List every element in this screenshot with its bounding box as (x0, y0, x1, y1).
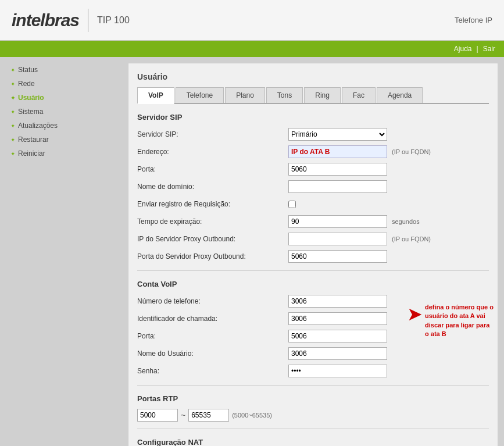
nome-dominio-label: Nome de domínio: (137, 183, 288, 191)
tabs-container: VoIP Telefone Plano Tons Ring Fac Agenda (137, 87, 489, 104)
porta-label: Porta: (137, 165, 288, 173)
annotation-arrow-icon: ➤ (407, 305, 423, 323)
sidebar-item-status[interactable]: ✦ Status (6, 63, 122, 77)
sidebar-item-sistema[interactable]: ✦ Sistema (6, 105, 122, 119)
porta-input[interactable] (288, 163, 387, 176)
servidor-sip-section-title: Servidor SIP (137, 113, 489, 122)
porta-conta-label: Porta: (137, 332, 288, 340)
sidebar-item-restaurar[interactable]: ✦ Restaurar (6, 133, 122, 147)
porta-conta-input[interactable] (288, 330, 387, 342)
rtp-tilde: ~ (181, 411, 185, 420)
logo-divider (88, 9, 88, 32)
ip-proxy-label: IP do Servidor Proxy Outbound: (137, 235, 288, 243)
portas-rtp-row: ~ (5000~65535) (137, 409, 489, 422)
product-name: TIP 100 (97, 15, 130, 26)
sidebar-item-label: Reiniciar (18, 149, 45, 158)
configuracao-nat-section-title: Configuração NAT (137, 438, 489, 446)
logo-area: intelbras TIP 100 (12, 9, 455, 32)
endereco-note: (IP ou FQDN) (392, 148, 431, 155)
id-chamada-input[interactable] (288, 312, 387, 325)
sidebar-item-label: Sistema (18, 108, 43, 116)
sidebar-item-label: Atualizações (18, 122, 58, 130)
nome-usuario-row: Nome do Usuário: (137, 347, 489, 361)
rtp-from-input[interactable] (137, 409, 178, 422)
ip-proxy-note: (IP ou FQDN) (392, 236, 431, 242)
sidebar: ✦ Status ✦ Rede ✦ Usuário ✦ Sistema ✦ At… (6, 63, 122, 446)
main-layout: ✦ Status ✦ Rede ✦ Usuário ✦ Sistema ✦ At… (0, 57, 504, 446)
nome-dominio-row: Nome de domínio: (137, 180, 489, 194)
conta-voip-fields: Número de telefone: Identificador de cha… (137, 294, 489, 378)
tempo-expiracao-note: segundos (392, 218, 420, 225)
porta-row: Porta: (137, 162, 489, 176)
nav-separator: | (477, 45, 478, 53)
content-area: Usuário VoIP Telefone Plano Tons Ring Fa… (128, 63, 498, 446)
rtp-note: (5000~65535) (232, 412, 272, 419)
endereco-label: Endereço: (137, 148, 288, 156)
porta-proxy-row: Porta do Servidor Proxy Outbound: (137, 249, 489, 263)
divider-1 (137, 270, 489, 271)
bullet-icon: ✦ (10, 151, 15, 157)
tab-ring[interactable]: Ring (304, 87, 341, 103)
header-subtitle: Telefone IP (455, 16, 492, 24)
sidebar-item-usuario[interactable]: ✦ Usuário (6, 91, 122, 105)
nome-dominio-input[interactable] (288, 180, 387, 193)
senha-input[interactable] (288, 365, 387, 377)
tab-fac[interactable]: Fac (342, 87, 376, 103)
numero-telefone-input[interactable] (288, 295, 387, 308)
bullet-icon: ✦ (10, 137, 15, 143)
bullet-icon: ✦ (10, 67, 15, 73)
nome-usuario-input[interactable] (288, 347, 387, 360)
bullet-icon: ✦ (10, 123, 15, 129)
rtp-to-input[interactable] (188, 409, 229, 422)
divider-2 (137, 385, 489, 386)
tempo-expiracao-input[interactable] (288, 215, 387, 228)
sidebar-item-reiniciar[interactable]: ✦ Reiniciar (6, 147, 122, 160)
nome-usuario-label: Nome do Usuário: (137, 349, 288, 358)
sair-link[interactable]: Sair (483, 45, 495, 53)
annotation-text: defina o número que o usuário do ata A v… (425, 303, 495, 339)
sidebar-item-label: Status (18, 66, 38, 74)
senha-row: Senha: (137, 364, 489, 378)
nav-bar: Ajuda | Sair (0, 41, 504, 57)
endereco-input[interactable] (288, 145, 387, 158)
servidor-sip-label: Servidor SIP: (137, 130, 288, 138)
tab-plano[interactable]: Plano (225, 87, 265, 103)
bullet-icon: ✦ (10, 95, 15, 101)
annotation-container: ➤ defina o número que o usuário do ata A… (407, 300, 495, 339)
ip-proxy-input[interactable] (288, 233, 387, 245)
tempo-expiracao-label: Tempo de expiração: (137, 217, 288, 226)
sidebar-item-label: Rede (18, 80, 35, 88)
logo: intelbras (12, 10, 79, 30)
bullet-icon: ✦ (10, 109, 15, 115)
tempo-expiracao-row: Tempo de expiração: segundos (137, 215, 489, 229)
sidebar-item-rede[interactable]: ✦ Rede (6, 77, 122, 91)
page-title: Usuário (137, 72, 489, 81)
conta-voip-section-title: Conta VoIP (137, 280, 489, 288)
sidebar-item-atualizacoes[interactable]: ✦ Atualizações (6, 119, 122, 133)
header: intelbras TIP 100 Telefone IP (0, 0, 504, 41)
divider-3 (137, 429, 489, 429)
enviar-registro-checkbox[interactable] (288, 201, 296, 208)
bullet-icon: ✦ (10, 81, 15, 87)
ip-proxy-row: IP do Servidor Proxy Outbound: (IP ou FQ… (137, 232, 489, 246)
sidebar-item-label: Restaurar (18, 135, 49, 144)
servidor-sip-row: Servidor SIP: Primário Secundário (137, 127, 489, 141)
porta-proxy-label: Porta do Servidor Proxy Outbound: (137, 252, 288, 261)
porta-proxy-input[interactable] (288, 250, 387, 263)
tab-agenda[interactable]: Agenda (377, 87, 423, 103)
enviar-registro-row: Enviar registro de Requisição: (137, 197, 489, 211)
tab-voip[interactable]: VoIP (137, 87, 174, 104)
senha-label: Senha: (137, 367, 288, 375)
numero-telefone-label: Número de telefone: (137, 297, 288, 305)
tab-tons[interactable]: Tons (266, 87, 303, 103)
portas-rtp-section-title: Portas RTP (137, 394, 489, 403)
ajuda-link[interactable]: Ajuda (454, 45, 472, 53)
enviar-registro-label: Enviar registro de Requisição: (137, 200, 288, 208)
sidebar-item-label: Usuário (18, 94, 44, 102)
id-chamada-label: Identificador de chamada: (137, 315, 288, 323)
servidor-sip-select[interactable]: Primário Secundário (288, 128, 387, 141)
endereco-row: Endereço: (IP ou FQDN) (137, 145, 489, 159)
tab-telefone[interactable]: Telefone (176, 87, 224, 103)
